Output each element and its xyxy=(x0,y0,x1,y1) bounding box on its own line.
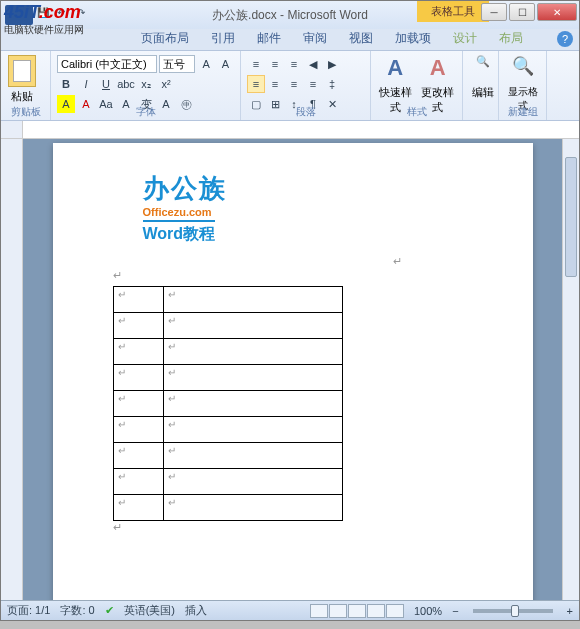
page-indicator[interactable]: 页面: 1/1 xyxy=(7,603,50,618)
zoom-in-button[interactable]: + xyxy=(567,605,573,617)
doc-logo-sub: Word教程 xyxy=(143,220,216,245)
numbering-button[interactable]: ≡ xyxy=(266,55,284,73)
table-row[interactable]: ↵↵ xyxy=(113,495,342,521)
decrease-indent-button[interactable]: ◀ xyxy=(304,55,322,73)
table-cell[interactable]: ↵ xyxy=(163,443,342,469)
new-group-label: 新建组 xyxy=(499,105,546,119)
table-cell[interactable]: ↵ xyxy=(113,313,163,339)
close-button[interactable]: ✕ xyxy=(537,3,577,21)
table-row[interactable]: ↵↵ xyxy=(113,469,342,495)
zoom-thumb[interactable] xyxy=(511,605,519,617)
ribbon: 粘贴 剪贴板 Calibri (中文正文) 五号 A A B I U abc x… xyxy=(1,51,579,121)
tab-view[interactable]: 视图 xyxy=(339,27,383,50)
paragraph-mark: ↵ xyxy=(393,255,402,267)
styles-aa-icon: A xyxy=(381,55,409,83)
align-right-button[interactable]: ≡ xyxy=(285,75,303,93)
justify-button[interactable]: ≡ xyxy=(304,75,322,93)
table-row[interactable]: ↵↵ xyxy=(113,391,342,417)
watermark-logo: 45iT.com xyxy=(4,2,81,22)
tab-design[interactable]: 设计 xyxy=(443,27,487,50)
view-buttons xyxy=(310,604,404,618)
table-cell[interactable]: ↵ xyxy=(113,287,163,313)
table-row[interactable]: ↵↵ xyxy=(113,365,342,391)
increase-indent-button[interactable]: ▶ xyxy=(323,55,341,73)
workspace: 办公族 Officezu.com Word教程 ↵ ↵ ↵↵↵↵↵↵↵↵↵↵↵↵… xyxy=(1,139,579,600)
table-cell[interactable]: ↵ xyxy=(163,365,342,391)
font-size-combo[interactable]: 五号 xyxy=(159,55,196,73)
document-table[interactable]: ↵↵↵↵↵↵↵↵↵↵↵↵↵↵↵↵↵↵ xyxy=(113,286,343,521)
table-cell[interactable]: ↵ xyxy=(113,365,163,391)
table-row[interactable]: ↵↵ xyxy=(113,417,342,443)
web-layout-view[interactable] xyxy=(348,604,366,618)
align-left-button[interactable]: ≡ xyxy=(247,75,265,93)
magnifier-icon: 🔍 xyxy=(509,55,537,83)
bullets-button[interactable]: ≡ xyxy=(247,55,265,73)
table-cell[interactable]: ↵ xyxy=(113,417,163,443)
table-cell[interactable]: ↵ xyxy=(163,469,342,495)
table-row[interactable]: ↵↵ xyxy=(113,313,342,339)
scrollbar-thumb[interactable] xyxy=(565,157,577,277)
grow-font-icon[interactable]: A xyxy=(197,55,214,73)
paste-button[interactable]: 粘贴 xyxy=(5,53,39,104)
doc-logo-main: 办公族 xyxy=(143,171,473,206)
word-count[interactable]: 字数: 0 xyxy=(60,603,94,618)
table-row[interactable]: ↵↵ xyxy=(113,443,342,469)
vertical-scrollbar[interactable] xyxy=(562,139,579,600)
horizontal-ruler[interactable] xyxy=(1,121,579,139)
help-icon[interactable]: ? xyxy=(557,31,573,47)
table-cell[interactable]: ↵ xyxy=(163,313,342,339)
table-cell[interactable]: ↵ xyxy=(163,495,342,521)
maximize-button[interactable]: ☐ xyxy=(509,3,535,21)
table-cell[interactable]: ↵ xyxy=(163,339,342,365)
bold-button[interactable]: B xyxy=(57,75,75,93)
zoom-slider[interactable] xyxy=(473,609,553,613)
tab-page-layout[interactable]: 页面布局 xyxy=(131,27,199,50)
ribbon-tabs: 页面布局 引用 邮件 审阅 视图 加载项 设计 布局 ? xyxy=(1,29,579,51)
multilevel-button[interactable]: ≡ xyxy=(285,55,303,73)
outline-view[interactable] xyxy=(367,604,385,618)
table-row[interactable]: ↵↵ xyxy=(113,287,342,313)
align-center-button[interactable]: ≡ xyxy=(266,75,284,93)
zoom-level[interactable]: 100% xyxy=(414,605,442,617)
clipboard-group-label: 剪贴板 xyxy=(1,105,50,119)
zoom-out-button[interactable]: − xyxy=(452,605,458,617)
proofing-icon[interactable]: ✔ xyxy=(105,604,114,617)
tab-review[interactable]: 审阅 xyxy=(293,27,337,50)
italic-button[interactable]: I xyxy=(77,75,95,93)
underline-button[interactable]: U xyxy=(97,75,115,93)
tab-layout[interactable]: 布局 xyxy=(489,27,533,50)
editing-button[interactable]: 🔍 编辑 xyxy=(467,53,499,102)
vertical-ruler[interactable] xyxy=(1,139,23,600)
fullscreen-view[interactable] xyxy=(329,604,347,618)
minimize-button[interactable]: ─ xyxy=(481,3,507,21)
table-cell[interactable]: ↵ xyxy=(113,495,163,521)
insert-mode[interactable]: 插入 xyxy=(185,603,207,618)
font-name-combo[interactable]: Calibri (中文正文) xyxy=(57,55,157,73)
table-row[interactable]: ↵↵ xyxy=(113,339,342,365)
table-cell[interactable]: ↵ xyxy=(163,287,342,313)
paragraph-mark: ↵ xyxy=(113,269,473,282)
table-cell[interactable]: ↵ xyxy=(163,417,342,443)
draft-view[interactable] xyxy=(386,604,404,618)
binoculars-icon: 🔍 xyxy=(469,55,497,83)
word-window: 💾 ↶ ↷ 办公族.docx - Microsoft Word 表格工具 ─ ☐… xyxy=(0,0,580,621)
table-cell[interactable]: ↵ xyxy=(113,469,163,495)
superscript-button[interactable]: x² xyxy=(157,75,175,93)
editing-label: 编辑 xyxy=(469,85,497,100)
doc-logo-url: Officezu.com xyxy=(143,206,473,218)
subscript-button[interactable]: x₂ xyxy=(137,75,155,93)
table-cell[interactable]: ↵ xyxy=(113,443,163,469)
language-indicator[interactable]: 英语(美国) xyxy=(124,603,175,618)
table-cell[interactable]: ↵ xyxy=(163,391,342,417)
shrink-font-icon[interactable]: A xyxy=(217,55,234,73)
tab-references[interactable]: 引用 xyxy=(201,27,245,50)
tab-mailings[interactable]: 邮件 xyxy=(247,27,291,50)
document-area[interactable]: 办公族 Officezu.com Word教程 ↵ ↵ ↵↵↵↵↵↵↵↵↵↵↵↵… xyxy=(23,139,562,600)
line-spacing-button[interactable]: ‡ xyxy=(323,75,341,93)
strikethrough-button[interactable]: abc xyxy=(117,75,135,93)
font-group-label: 字体 xyxy=(51,105,240,119)
table-cell[interactable]: ↵ xyxy=(113,391,163,417)
tab-addins[interactable]: 加载项 xyxy=(385,27,441,50)
table-cell[interactable]: ↵ xyxy=(113,339,163,365)
print-layout-view[interactable] xyxy=(310,604,328,618)
